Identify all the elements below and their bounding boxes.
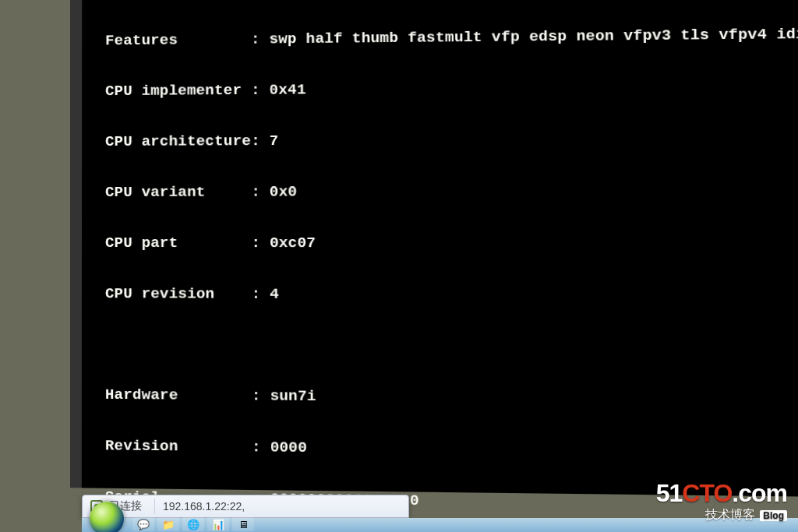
value: 4 — [270, 286, 279, 303]
pinned-app-icon[interactable]: 🌐 — [182, 517, 204, 531]
label: CPU variant — [105, 184, 205, 201]
connection-status-bar: 已连接 192.168.1.22:22, — [82, 495, 409, 518]
sep: : — [251, 183, 260, 200]
sep: : — [251, 286, 260, 303]
label: Revision — [105, 437, 178, 455]
sep: : — [251, 31, 260, 48]
cpuinfo-features: Features : swp half thumb fastmult vfp e… — [105, 27, 798, 55]
brand-com: .com — [732, 479, 787, 507]
cpuinfo-architecture: CPU architecture: 7 — [105, 132, 798, 156]
label: Hardware — [105, 386, 178, 404]
cpuinfo-variant: CPU variant : 0x0 — [105, 184, 798, 206]
sep: : — [251, 82, 260, 99]
value: swp half thumb fastmult vfp edsp neon vf… — [269, 26, 798, 48]
terminal-output[interactable]: Features : swp half thumb fastmult vfp e… — [105, 0, 798, 532]
pinned-app-icon[interactable]: 🖥 — [232, 517, 254, 531]
value: 0000 — [270, 439, 308, 456]
value: 0xc07 — [270, 234, 316, 252]
sep: : — [252, 439, 261, 456]
terminal-screen: Features : swp half thumb fastmult vfp e… — [70, 0, 798, 497]
pinned-app-icon[interactable]: 📊 — [207, 517, 229, 531]
pinned-app-icon[interactable]: 💬 — [132, 517, 154, 531]
start-button-icon[interactable] — [90, 502, 124, 532]
divider — [154, 499, 155, 514]
watermark: 51CTO.com 技术博客 Blog — [656, 481, 787, 521]
status-address: 192.168.1.22:22, — [163, 500, 245, 513]
label: CPU part — [105, 234, 178, 252]
cpuinfo-revision: CPU revision : 4 — [105, 287, 798, 310]
value: 0x0 — [270, 183, 298, 200]
brand-cto: CTO — [682, 479, 732, 507]
cpuinfo-hardware: Hardware : sun7i — [105, 388, 798, 415]
sep: : — [251, 234, 260, 252]
brand-blog: Blog — [760, 510, 787, 521]
cpuinfo-rev: Revision : 0000 — [105, 439, 798, 467]
value: sun7i — [270, 387, 316, 405]
brand-cn: 技术博客 — [705, 509, 755, 521]
value: 7 — [270, 132, 279, 150]
cpuinfo-part: CPU part : 0xc07 — [105, 236, 798, 258]
cpuinfo-implementer: CPU implementer : 0x41 — [105, 79, 798, 105]
taskbar-pinned: 💬 📁 🌐 📊 🖥 — [132, 516, 254, 532]
label: Features — [105, 32, 178, 50]
blank-line — [105, 337, 798, 361]
brand-51: 51 — [656, 479, 683, 507]
sep: : — [251, 132, 260, 150]
sep: : — [252, 387, 261, 404]
pinned-app-icon[interactable]: 📁 — [157, 517, 179, 531]
label: CPU revision — [105, 285, 214, 303]
label: CPU architecture — [105, 132, 251, 150]
value: 0x41 — [269, 81, 305, 98]
label: CPU implementer — [105, 82, 242, 100]
